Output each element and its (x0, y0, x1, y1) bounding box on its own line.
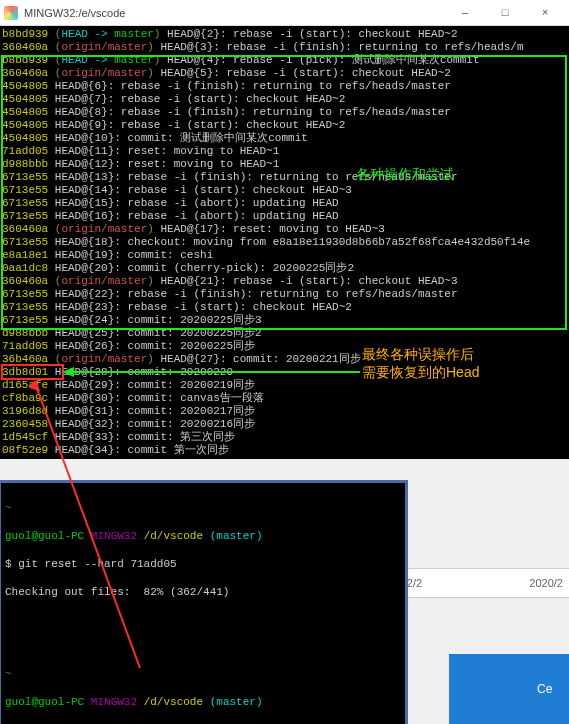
reflog-line: d165afe HEAD@{29}: commit: 20200219同步 (2, 379, 569, 392)
minimize-button[interactable]: — (445, 0, 485, 26)
reflog-line: e8a18e1 HEAD@{19}: commit: ceshi (2, 249, 569, 262)
reflog-line: cf8ba9c HEAD@{30}: commit: canvas告一段落 (2, 392, 569, 405)
blue-panel[interactable]: Ce (449, 654, 569, 724)
reflog-line: 1d545cf HEAD@{33}: commit: 第三次同步 (2, 431, 569, 444)
reflog-line: 0aa1dc8 HEAD@{20}: commit (cherry-pick):… (2, 262, 569, 275)
reflog-line: b8bd939 (HEAD -> master) HEAD@{2}: rebas… (2, 28, 569, 41)
reflog-line: 4504805 HEAD@{6}: rebase -i (finish): re… (2, 80, 569, 93)
reflog-line: 08f52e9 HEAD@{34}: commit 第一次同步 (2, 444, 569, 457)
reflog-line: 360460a (origin/master) HEAD@{21}: rebas… (2, 275, 569, 288)
window-titlebar: MINGW32:/e/vscode — □ × (0, 0, 569, 26)
annotation-final-head-b: 需要恢复到的Head (362, 364, 479, 382)
cmd-line: $ git reset --hard 71add05 (5, 557, 401, 571)
close-button[interactable]: × (525, 0, 565, 26)
reflog-line: 4504805 HEAD@{8}: rebase -i (finish): re… (2, 106, 569, 119)
reflog-line: 6713e55 HEAD@{15}: rebase -i (abort): up… (2, 197, 569, 210)
secondary-terminal[interactable]: ~ guol@guol-PC MINGW32 /d/vscode (master… (0, 480, 408, 724)
reflog-line: d988bbb HEAD@{25}: commit: 20200225同步2 (2, 327, 569, 340)
reflog-line: 6713e55 HEAD@{24}: commit: 20200225同步3 (2, 314, 569, 327)
maximize-button[interactable]: □ (485, 0, 525, 26)
reflog-line: 4504805 HEAD@{7}: rebase -i (start): che… (2, 93, 569, 106)
reflog-line: 6713e55 HEAD@{14}: rebase -i (start): ch… (2, 184, 569, 197)
reflog-line: 6713e55 HEAD@{22}: rebase -i (finish): r… (2, 288, 569, 301)
reflog-line: 6713e55 HEAD@{16}: rebase -i (abort): up… (2, 210, 569, 223)
reflog-line: 71add05 HEAD@{26}: commit: 20200225同步 (2, 340, 569, 353)
reflog-line: 6713e55 HEAD@{13}: rebase -i (finish): r… (2, 171, 569, 184)
annotation-final-head-a: 最终各种误操作后 (362, 346, 474, 364)
reflog-line: 4504805 HEAD@{9}: rebase -i (start): che… (2, 119, 569, 132)
reflog-line: b8bd939 (HEAD -> master) HEAD@{4}: rebas… (2, 54, 569, 67)
annotation-operations: 各种操作和尝试 (356, 166, 454, 184)
reflog-line: 4504805 HEAD@{10}: commit: 测试删除中间某次commi… (2, 132, 569, 145)
prompt-user: guol@guol-PC (5, 530, 84, 542)
reflog-line: 6713e55 HEAD@{18}: checkout: moving from… (2, 236, 569, 249)
app-icon (4, 6, 18, 20)
checkout-progress: Checking out files: 82% (362/441) (5, 585, 401, 599)
reflog-line: 360460a (origin/master) HEAD@{17}: reset… (2, 223, 569, 236)
reflog-line: 2360458 HEAD@{32}: commit: 20200216同步 (2, 418, 569, 431)
reflog-line: d988bbb HEAD@{12}: reset: moving to HEAD… (2, 158, 569, 171)
terminal-output[interactable]: b8bd939 (HEAD -> master) HEAD@{2}: rebas… (0, 26, 569, 459)
reflog-line: 36b460a (origin/master) HEAD@{27}: commi… (2, 353, 569, 366)
blue-panel-text: Ce (537, 682, 552, 696)
window-title: MINGW32:/e/vscode (24, 7, 445, 19)
reflog-line: 71add05 HEAD@{11}: reset: moving to HEAD… (2, 145, 569, 158)
reflog-line: 360460a (origin/master) HEAD@{3}: rebase… (2, 41, 569, 54)
window-buttons: — □ × (445, 0, 565, 26)
reflog-line: 6713e55 HEAD@{23}: rebase -i (start): ch… (2, 301, 569, 314)
folder-date2: 2020/2 (529, 577, 563, 589)
reflog-line: 360460a (origin/master) HEAD@{5}: rebase… (2, 67, 569, 80)
reflog-line: 3196d8d HEAD@{31}: commit: 20200217同步 (2, 405, 569, 418)
reflog-line: 3db8d01 HEAD@{28}: commit: 20200220 (2, 366, 569, 379)
